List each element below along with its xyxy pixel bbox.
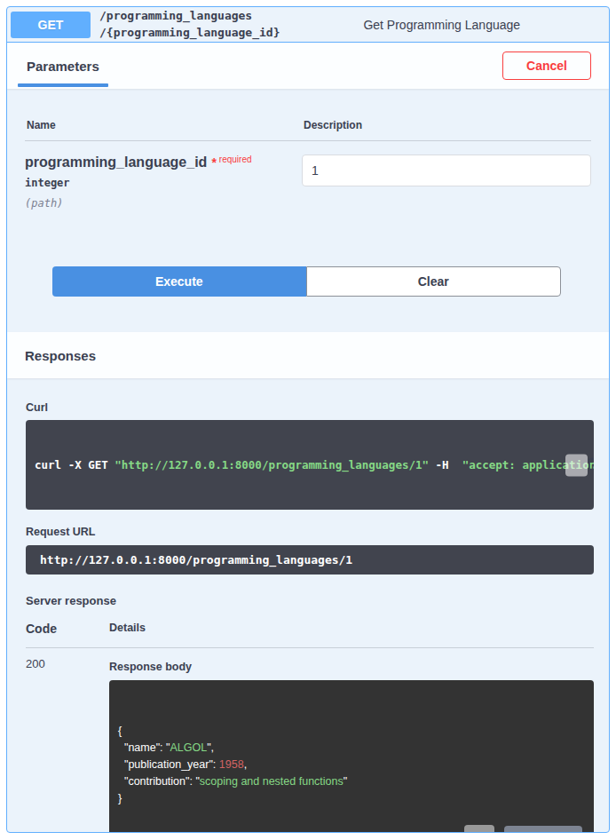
parameter-meta: programming_language_id*required integer… — [25, 155, 302, 210]
endpoint-summary-text: Get Programming Language — [289, 18, 599, 32]
responses-content: Curl curl -X GET "http://127.0.0.1:8000/… — [7, 378, 609, 833]
required-label: required — [219, 155, 252, 164]
clipboard-copy-icon — [448, 818, 510, 834]
responses-section-header: Responses — [7, 332, 609, 378]
copy-curl-button[interactable] — [565, 454, 588, 476]
parameter-value-input[interactable] — [302, 155, 591, 186]
request-url-block: http://127.0.0.1:8000/programming_langua… — [26, 545, 594, 575]
response-row-200: 200 Response body { "name": "ALGOL", "pu… — [26, 648, 594, 833]
clipboard-copy-icon — [553, 444, 594, 487]
column-header-name: Name — [27, 119, 304, 131]
column-header-description: Description — [304, 119, 362, 131]
request-url-label: Request URL — [26, 526, 594, 538]
curl-command-block: curl -X GET "http://127.0.0.1:8000/progr… — [26, 420, 594, 510]
http-method-badge: GET — [11, 12, 91, 38]
response-table-header: Code Details — [26, 622, 594, 648]
parameter-type: integer — [25, 177, 302, 189]
copy-response-body-button[interactable] — [464, 825, 494, 833]
column-header-details: Details — [109, 622, 146, 636]
parameters-table-header: Name Description — [25, 89, 591, 141]
parameter-value-cell — [302, 155, 591, 210]
curl-label: Curl — [26, 401, 594, 414]
endpoint-path: /programming_languages /{programming_lan… — [99, 8, 280, 40]
cancel-button[interactable]: Cancel — [502, 52, 591, 80]
required-star: * — [211, 155, 216, 170]
download-button[interactable]: Download — [504, 826, 582, 833]
column-header-code: Code — [26, 622, 109, 636]
parameter-location: (path) — [25, 197, 302, 210]
parameter-name: programming_language_id — [25, 155, 207, 170]
parameter-row: programming_language_id*required integer… — [25, 141, 591, 210]
response-body-block: { "name": "ALGOL", "publication_year": 1… — [109, 680, 594, 833]
operation-summary[interactable]: GET /programming_languages /{programming… — [7, 7, 609, 43]
parameters-section-header: Parameters Cancel — [7, 43, 609, 89]
operation-block-get: GET /programming_languages /{programming… — [6, 6, 610, 833]
response-details: Response body { "name": "ALGOL", "public… — [109, 648, 594, 833]
server-response-label: Server response — [26, 594, 594, 607]
tab-parameters[interactable]: Parameters — [18, 43, 108, 89]
execute-button-group: Execute Clear — [52, 266, 561, 297]
execute-button[interactable]: Execute — [52, 266, 306, 297]
clear-button[interactable]: Clear — [306, 266, 562, 297]
responses-title: Responses — [25, 348, 96, 363]
spacer — [25, 297, 591, 332]
parameters-table: Name Description programming_language_id… — [7, 89, 609, 332]
status-code: 200 — [26, 648, 109, 833]
response-body-label: Response body — [109, 661, 594, 673]
